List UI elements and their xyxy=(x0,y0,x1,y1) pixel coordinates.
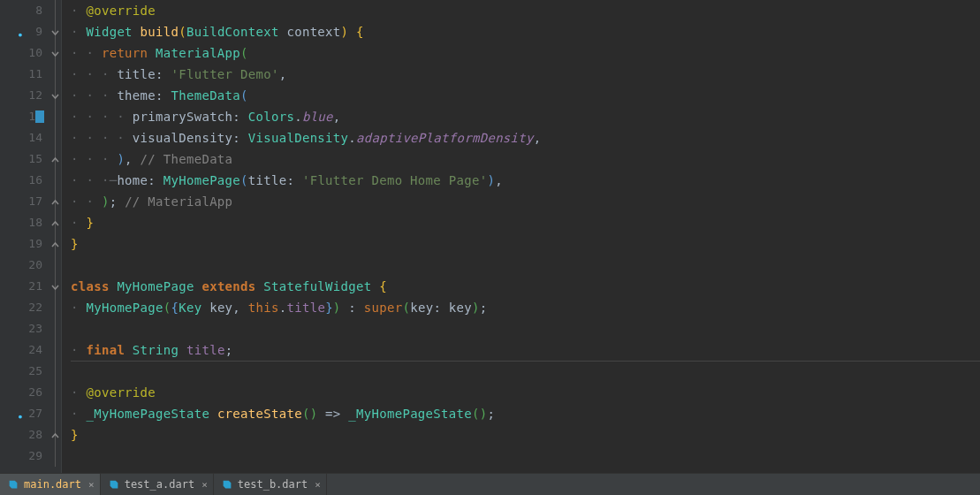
line-number: 24 xyxy=(0,339,49,361)
code-line: class MyHomePage extends StatefulWidget … xyxy=(71,276,980,297)
code-line: · · · title: 'Flutter Demo', xyxy=(71,64,980,85)
line-number: 23 xyxy=(0,318,49,339)
code-line: · · ·─home: MyHomePage(title: 'Flutter D… xyxy=(71,170,980,191)
fold-up-icon[interactable] xyxy=(50,196,60,206)
code-line: · @override xyxy=(71,0,980,21)
flutter-run-icon[interactable] xyxy=(14,27,23,36)
tab-main-dart[interactable]: main.dart × xyxy=(0,474,101,495)
tab-label: test_a.dart xyxy=(125,478,194,491)
line-number: 28 xyxy=(0,424,49,446)
code-content[interactable]: · @override · Widget build(BuildContext … xyxy=(62,0,980,473)
svg-point-1 xyxy=(19,34,22,37)
editor-tabbar: main.dart × test_a.dart × test_b.dart × xyxy=(0,473,980,495)
line-number: 26 xyxy=(0,382,49,403)
code-line xyxy=(71,255,980,276)
code-line: · _MyHomePageState createState() => _MyH… xyxy=(71,403,980,424)
code-line: · final String title; xyxy=(71,339,980,361)
line-number: 14 xyxy=(0,127,49,148)
tab-close-icon[interactable]: × xyxy=(315,479,321,491)
code-line xyxy=(71,446,980,467)
code-line xyxy=(71,361,980,382)
tab-label: test_b.dart xyxy=(238,478,308,491)
code-line: · } xyxy=(71,212,980,233)
fold-up-icon[interactable] xyxy=(50,239,60,248)
fold-up-icon[interactable] xyxy=(50,154,60,164)
tab-close-icon[interactable]: × xyxy=(201,479,208,491)
line-number: 29 xyxy=(0,446,49,467)
code-line xyxy=(71,318,980,339)
svg-point-3 xyxy=(19,415,22,419)
code-line: · · · ), // ThemeData xyxy=(71,148,980,170)
line-number: 21 xyxy=(0,276,49,297)
line-number: 10 xyxy=(0,42,49,64)
code-line: · @override xyxy=(71,382,980,403)
code-line: · · · · primarySwatch: Colors.blue, xyxy=(71,106,980,127)
code-line: · · return MaterialApp( xyxy=(71,42,980,64)
fold-up-icon[interactable] xyxy=(50,430,60,439)
dart-file-icon xyxy=(108,478,120,491)
line-number: 18 xyxy=(0,212,49,233)
dart-file-icon xyxy=(221,478,233,491)
code-editor[interactable]: 8 9 10 11 12 13 14 15 16 17 18 19 20 21 … xyxy=(0,0,980,473)
breakpoint-marker[interactable] xyxy=(35,110,44,123)
line-number-gutter: 8 9 10 11 12 13 14 15 16 17 18 19 20 21 … xyxy=(0,0,49,473)
line-number: 15 xyxy=(0,148,49,170)
line-number: 19 xyxy=(0,233,49,255)
tab-test-a-dart[interactable]: test_a.dart × xyxy=(101,474,214,495)
dart-file-icon xyxy=(7,478,19,491)
code-line: · · · theme: ThemeData( xyxy=(71,85,980,106)
fold-toggle-icon[interactable] xyxy=(50,48,60,57)
fold-toggle-icon[interactable] xyxy=(50,27,60,36)
line-number: 9 xyxy=(0,21,49,42)
code-line: · · · · visualDensity: VisualDensity.ada… xyxy=(71,127,980,148)
tab-close-icon[interactable]: × xyxy=(88,479,95,491)
code-line: · Widget build(BuildContext context) { xyxy=(71,21,980,42)
fold-gutter xyxy=(49,0,62,473)
line-number: 20 xyxy=(0,255,49,276)
fold-toggle-icon[interactable] xyxy=(50,281,60,291)
code-line: } xyxy=(71,424,980,446)
code-line: } xyxy=(71,233,980,255)
line-number: 25 xyxy=(0,361,49,382)
flutter-run-icon[interactable] xyxy=(14,409,23,418)
line-number: 17 xyxy=(0,191,49,212)
code-line: · · ); // MaterialApp xyxy=(71,191,980,212)
line-number: 22 xyxy=(0,297,49,318)
line-number: 11 xyxy=(0,64,49,85)
line-number: 27 xyxy=(0,403,49,424)
tab-test-b-dart[interactable]: test_b.dart × xyxy=(214,474,327,495)
tab-label: main.dart xyxy=(24,478,81,491)
fold-up-icon[interactable] xyxy=(50,217,60,227)
code-line: · MyHomePage({Key key, this.title}) : su… xyxy=(71,297,980,318)
fold-toggle-icon[interactable] xyxy=(50,90,60,100)
line-number: 8 xyxy=(0,0,49,21)
line-number: 12 xyxy=(0,85,49,106)
line-number: 16 xyxy=(0,170,49,191)
